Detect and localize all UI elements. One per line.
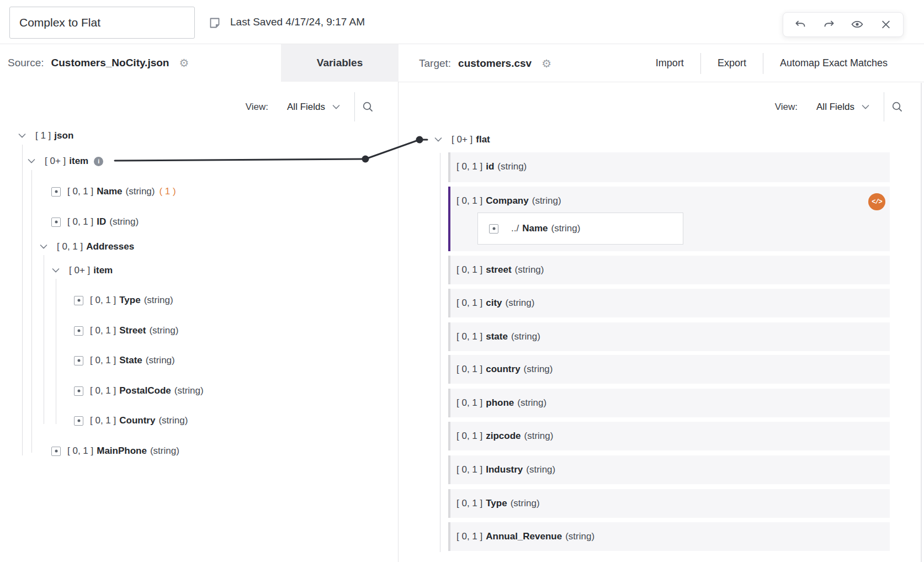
value-field-icon — [51, 218, 61, 227]
cardinality: [ 0, 1 ] — [67, 216, 93, 227]
field-type: (string) — [515, 264, 544, 275]
field-row-street[interactable]: [ 0, 1 ] street (string) — [448, 256, 890, 284]
redo-button[interactable] — [820, 15, 838, 34]
chevron-down-icon[interactable] — [18, 133, 26, 139]
cardinality: [ 0, 1 ] — [456, 195, 482, 206]
tree-node-country[interactable]: [ 0, 1 ] Country (string) — [74, 412, 188, 429]
tab-variables[interactable]: Variables — [281, 44, 399, 82]
tree-node-type[interactable]: [ 0, 1 ] Type (string) — [74, 292, 173, 309]
import-button[interactable]: Import — [639, 57, 700, 69]
cardinality: [ 0, 1 ] — [456, 431, 482, 442]
note-icon — [208, 17, 221, 30]
search-icon — [362, 101, 374, 113]
field-name: state — [486, 331, 508, 342]
cardinality: [ 0, 1 ] — [90, 355, 116, 366]
node-name: Name — [97, 186, 122, 197]
cardinality: [ 0, 1 ] — [456, 498, 482, 509]
tree-node-street[interactable]: [ 0, 1 ] Street (string) — [74, 322, 178, 339]
tree-guide-line — [56, 279, 56, 424]
mapping-editor: Last Saved 4/17/24, 9:17 AM — [0, 0, 924, 562]
field-name: id — [486, 161, 494, 172]
cardinality: [ 0, 1 ] — [67, 446, 93, 457]
undo-icon — [794, 18, 807, 31]
field-type: (string) — [524, 364, 553, 375]
node-name: item — [69, 156, 88, 167]
target-search-button[interactable] — [884, 92, 910, 121]
scrollbar[interactable] — [921, 83, 922, 562]
field-row-city[interactable]: [ 0, 1 ] city (string) — [448, 289, 890, 317]
preview-button[interactable] — [848, 15, 867, 34]
close-button[interactable] — [877, 15, 895, 34]
field-row-company[interactable]: [ 0, 1 ] Company (string) ../ Name (stri… — [448, 187, 890, 251]
node-type: (string) — [146, 355, 175, 366]
cardinality: [ 0, 1 ] — [67, 186, 93, 197]
mapping-source-type: (string) — [551, 223, 580, 234]
cardinality: [ 0+ ] — [69, 265, 90, 276]
field-row-id[interactable]: [ 0, 1 ] id (string) — [448, 152, 890, 182]
field-name: zipcode — [486, 431, 521, 442]
code-mapping-icon[interactable]: </> — [868, 193, 885, 210]
info-icon[interactable]: i — [94, 157, 103, 166]
chevron-down-icon[interactable] — [28, 158, 35, 164]
mapping-source-name: Name — [522, 223, 548, 234]
field-name: city — [486, 298, 502, 309]
tree-node-postalcode[interactable]: [ 0, 1 ] PostalCode (string) — [74, 383, 204, 399]
cardinality: [ 0, 1 ] — [456, 264, 482, 275]
field-row-state[interactable]: [ 0, 1 ] state (string) — [448, 322, 890, 351]
field-row-phone[interactable]: [ 0, 1 ] phone (string) — [448, 389, 890, 417]
node-name: Addresses — [86, 241, 134, 252]
tree-node-item[interactable]: [ 0+ ] item — [52, 262, 113, 279]
field-row-country[interactable]: [ 0, 1 ] country (string) — [448, 355, 890, 384]
chevron-down-icon[interactable] — [434, 137, 442, 142]
view-value: All Fields — [816, 102, 854, 113]
field-row-zipcode[interactable]: [ 0, 1 ] zipcode (string) — [448, 422, 890, 450]
export-button[interactable]: Export — [701, 57, 763, 69]
tree-node-addresses[interactable]: [ 0, 1 ] Addresses — [40, 238, 134, 255]
tree-node-name[interactable]: [ 0, 1 ] Name (string) ( 1 ) — [51, 183, 176, 200]
cardinality: [ 0, 1 ] — [456, 161, 482, 172]
tree-node-item[interactable]: [ 0+ ] item i — [28, 153, 103, 169]
undo-button[interactable] — [791, 15, 810, 34]
tree-node-flat[interactable]: [ 0+ ] flat — [434, 131, 490, 148]
field-type: (string) — [511, 498, 540, 509]
field-name: Industry — [486, 464, 523, 475]
target-label: Target: — [419, 57, 451, 70]
chevron-down-icon — [862, 104, 869, 110]
mapped-source-chip[interactable]: ../ Name (string) — [477, 213, 683, 245]
value-field-icon — [74, 296, 83, 305]
chevron-down-icon[interactable] — [40, 244, 47, 250]
view-label: View: — [246, 102, 268, 113]
source-view-controls: View: All Fields — [246, 92, 380, 121]
field-type: (string) — [532, 195, 561, 206]
automap-exact-matches-button[interactable]: Automap Exact Matches — [763, 57, 904, 69]
field-name: Company — [486, 195, 528, 206]
field-row-annual-revenue[interactable]: [ 0, 1 ] Annual_Revenue (string) — [448, 522, 890, 551]
field-type: (string) — [511, 331, 540, 342]
cardinality: [ 0+ ] — [452, 134, 472, 145]
cardinality: [ 0, 1 ] — [90, 385, 116, 396]
target-title: Target: customers.csv ⚙ — [419, 44, 551, 82]
value-field-icon — [74, 416, 83, 426]
value-field-icon — [51, 447, 61, 456]
mapping-path: ../ — [511, 223, 519, 234]
source-settings-gear-icon[interactable]: ⚙ — [179, 57, 189, 68]
close-icon — [879, 18, 893, 31]
node-type: (string) — [158, 415, 188, 426]
tree-node-state[interactable]: [ 0, 1 ] State (string) — [74, 352, 175, 369]
tree-node-json[interactable]: [ 1 ] json — [18, 128, 73, 144]
source-search-button[interactable] — [355, 92, 380, 121]
node-type: (string) — [174, 385, 204, 396]
source-view-dropdown[interactable]: All Fields — [287, 102, 340, 113]
source-label: Source: — [8, 57, 44, 69]
mapping-name-input[interactable] — [9, 7, 195, 39]
field-row-industry[interactable]: [ 0, 1 ] Industry (string) — [448, 455, 890, 484]
target-view-dropdown[interactable]: All Fields — [816, 102, 869, 113]
cardinality: [ 0, 1 ] — [456, 364, 482, 375]
tree-node-id[interactable]: [ 0, 1 ] ID (string) — [51, 214, 139, 230]
field-name: phone — [486, 397, 514, 409]
chevron-down-icon[interactable] — [52, 268, 60, 273]
target-settings-gear-icon[interactable]: ⚙ — [541, 58, 551, 69]
source-panel: Source: Customers_NoCity.json ⚙ Variable… — [0, 44, 399, 562]
tree-node-mainphone[interactable]: [ 0, 1 ] MainPhone (string) — [51, 443, 179, 459]
field-row-type[interactable]: [ 0, 1 ] Type (string) — [448, 489, 890, 518]
